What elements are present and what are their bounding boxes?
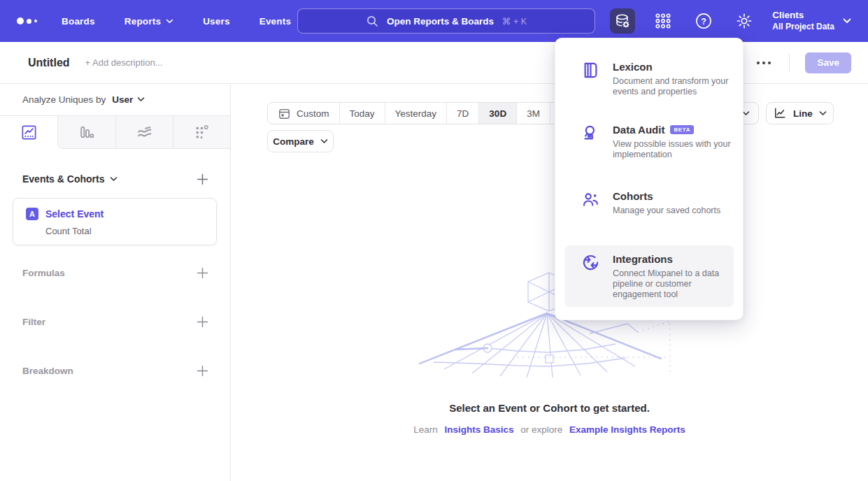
nav-links: Boards Reports Users Events <box>62 16 291 27</box>
add-breakdown-button[interactable] <box>195 364 209 378</box>
compare-dropdown[interactable]: Compare <box>267 130 334 152</box>
chevron-down-icon <box>137 97 145 102</box>
help-button[interactable]: ? <box>691 8 716 34</box>
insights-basics-link[interactable]: Insights Basics <box>444 424 513 435</box>
report-canvas: Custom Today Yesterday 7D 30D 3M 6M Line <box>231 84 868 481</box>
tab-metrics-grid[interactable] <box>173 116 230 149</box>
formulas-section: Formulas <box>22 266 209 280</box>
breakdown-label: Breakdown <box>22 366 73 376</box>
select-event-card[interactable]: A Select Event Count Total <box>13 198 217 245</box>
learn-prefix: Learn <box>413 424 438 435</box>
menu-item-integrations[interactable]: Integrations Connect Mixpanel to a data … <box>581 253 728 300</box>
apps-grid-icon <box>654 12 672 30</box>
chart-type-dropdown[interactable]: Line <box>766 102 834 124</box>
add-description-field[interactable]: + Add description... <box>85 57 163 68</box>
bar-chart-tab-icon <box>78 124 95 141</box>
events-cohorts-header: Events & Cohorts <box>22 172 209 186</box>
chart-type-tabs <box>0 115 230 149</box>
chevron-down-icon <box>819 111 827 116</box>
global-search-input[interactable]: Open Reports & Boards ⌘ + K <box>297 8 595 34</box>
menu-item-lexicon[interactable]: Lexicon Document and transform your even… <box>581 61 730 97</box>
menu-item-cohorts[interactable]: Cohorts Manage your saved cohorts <box>581 190 730 216</box>
project-name: Clients <box>772 10 834 22</box>
menu-item-title: Data Audit <box>613 124 664 136</box>
plus-icon <box>197 173 208 185</box>
date-range-30d[interactable]: 30D <box>478 103 516 124</box>
date-range-today[interactable]: Today <box>339 103 385 124</box>
date-range-7d[interactable]: 7D <box>446 103 478 124</box>
line-chart-tab-icon <box>20 124 38 141</box>
formulas-label: Formulas <box>22 268 65 278</box>
app-window: Boards Reports Users Events Open Reports… <box>0 0 868 481</box>
tab-flow-chart[interactable] <box>115 116 173 149</box>
database-gear-icon <box>613 12 632 30</box>
date-range-custom[interactable]: Custom <box>268 103 339 124</box>
nav-item-events[interactable]: Events <box>259 16 291 27</box>
nav-item-reports[interactable]: Reports <box>124 16 173 27</box>
or-explore-text: or explore <box>520 424 562 435</box>
tab-bar-chart[interactable] <box>57 116 115 149</box>
save-button[interactable]: Save <box>805 52 851 73</box>
search-icon <box>366 15 378 27</box>
chevron-down-icon <box>843 18 851 24</box>
add-filter-button[interactable] <box>195 315 209 329</box>
analyze-by-dropdown[interactable]: User <box>112 94 145 105</box>
menu-item-description: Document and transform your events and p… <box>613 76 739 97</box>
date-range-yesterday[interactable]: Yesterday <box>385 103 447 124</box>
svg-text:?: ? <box>701 17 706 27</box>
menu-item-title: Lexicon <box>613 61 653 73</box>
plus-icon <box>197 365 208 377</box>
search-placeholder: Open Reports & Boards <box>387 16 494 27</box>
example-reports-link[interactable]: Example Insights Reports <box>569 424 685 435</box>
divider <box>789 54 790 72</box>
add-formula-button[interactable] <box>195 266 209 280</box>
chevron-down-icon <box>110 177 118 182</box>
nav-item-users[interactable]: Users <box>203 16 230 27</box>
menu-item-integrations-hover[interactable]: Integrations Connect Mixpanel to a data … <box>564 245 734 307</box>
apps-grid-button[interactable] <box>650 8 676 34</box>
select-event-label[interactable]: Select Event <box>45 208 104 220</box>
tab-insights-line[interactable] <box>0 116 57 149</box>
data-management-button[interactable] <box>610 8 635 34</box>
menu-item-description: Connect Mixpanel to a data pipeline or c… <box>613 268 739 300</box>
line-chart-icon <box>773 106 787 120</box>
data-audit-magnifier-icon <box>581 124 600 143</box>
empty-state-title: Select an Event or Cohort to get started… <box>231 402 868 414</box>
beta-badge: BETA <box>670 125 694 134</box>
events-cohorts-toggle[interactable]: Events & Cohorts <box>22 173 118 185</box>
filter-label: Filter <box>22 317 45 327</box>
query-sidebar: Analyze Uniques by User <box>0 84 231 481</box>
add-event-button[interactable] <box>195 172 209 186</box>
plus-icon <box>197 267 208 279</box>
filter-section: Filter <box>22 315 209 329</box>
more-options-button[interactable] <box>754 59 774 67</box>
analyze-label: Analyze Uniques by <box>22 94 106 105</box>
nav-item-boards[interactable]: Boards <box>62 16 95 27</box>
mixpanel-logo-icon[interactable] <box>17 17 37 24</box>
settings-button[interactable] <box>732 8 757 34</box>
flow-tab-icon <box>136 124 153 141</box>
chevron-down-icon <box>166 19 173 24</box>
breakdown-section: Breakdown <box>22 364 209 378</box>
top-navbar: Boards Reports Users Events Open Reports… <box>0 0 868 42</box>
empty-state-links: Learn Insights Basics or explore Example… <box>231 424 868 435</box>
project-scope: All Project Data <box>772 22 834 32</box>
navbar-right-cluster: ? Clients All Project Data <box>610 0 851 42</box>
analyze-row: Analyze Uniques by User <box>22 94 145 105</box>
project-selector[interactable]: Clients All Project Data <box>772 10 851 32</box>
menu-item-title: Integrations <box>613 253 673 265</box>
event-letter-badge: A <box>26 208 38 220</box>
data-management-menu: Lexicon Document and transform your even… <box>555 38 744 320</box>
count-total-label[interactable]: Count Total <box>13 220 216 236</box>
date-range-3m[interactable]: 3M <box>516 103 550 124</box>
chevron-down-icon <box>320 139 328 144</box>
menu-item-description: Manage your saved cohorts <box>613 206 739 216</box>
menu-item-data-audit[interactable]: Data Audit BETA View possible issues wit… <box>581 124 730 160</box>
metrics-tab-icon <box>193 124 211 141</box>
help-icon: ? <box>695 12 713 30</box>
integrations-sync-icon <box>581 253 600 272</box>
menu-item-description: View possible issues with your implement… <box>613 139 739 160</box>
menu-item-title: Cohorts <box>613 190 653 202</box>
report-title[interactable]: Untitled <box>28 57 70 69</box>
plus-icon <box>197 316 208 328</box>
